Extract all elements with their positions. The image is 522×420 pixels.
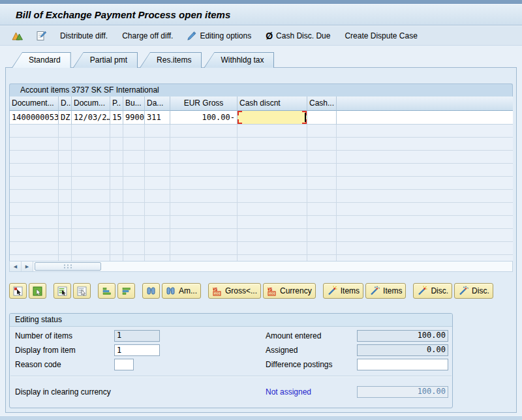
gross-amount-button[interactable]: ¥$ 100 Gross<... [208,283,261,299]
page-title: Bill of Exchange Payment Process open it… [16,9,230,20]
difference-postings-input[interactable] [357,359,448,370]
cash-disc-due-button[interactable]: Ø Cash Disc. Due [263,29,333,42]
empty-cell [170,190,238,203]
col-header-cash-discnt[interactable]: Cash discnt [238,97,307,111]
select-block-button[interactable] [54,283,71,299]
deselect-all-button[interactable] [73,283,91,299]
col-header-bu[interactable]: Bu... [123,97,145,111]
select-item-button[interactable] [9,283,27,299]
sap-window: Bill of Exchange Payment Process open it… [0,0,522,420]
col-header-cash[interactable]: Cash... [307,97,337,111]
cell-da[interactable]: 311 [145,111,170,125]
empty-row [10,255,513,261]
empty-cell [238,255,307,261]
header-filler [337,97,513,111]
activate-discount-button[interactable]: Disc. [413,283,452,299]
editing-options-button[interactable]: Editing options [185,30,254,42]
selection-corner [238,119,242,124]
reason-code-input[interactable] [114,359,134,370]
empty-cell [145,255,170,261]
deselect-all-icon [77,286,87,296]
empty-cell [145,151,170,164]
cell-bu[interactable]: 9900 [123,111,145,125]
empty-row [10,164,513,177]
cell-doc-type[interactable]: DZ [59,111,72,125]
empty-cell [145,229,170,242]
sort-descending-button[interactable] [117,283,135,299]
table-row: 1400000053 DZ 12/03/2… 15 9900 311 100.0… [10,111,513,125]
select-all-button[interactable] [29,283,46,299]
scroll-right-arrow[interactable]: ▶ [22,262,33,271]
col-header-da[interactable]: Da... [145,97,170,111]
empty-cell [170,151,238,164]
select-all-icon [33,286,42,296]
empty-cell [123,229,145,242]
sort-ascending-button[interactable] [98,283,115,299]
empty-cell [238,216,307,229]
empty-cell [307,229,337,242]
empty-cell [123,138,145,151]
row-filler [337,111,513,125]
not-assigned-link[interactable]: Not assigned [266,387,311,397]
scrollbar-thumb[interactable] [35,262,101,271]
tab-withhldg-tax[interactable]: Withhldg tax [204,52,274,68]
tab-standard[interactable]: Standard [12,52,71,68]
col-header-eur-gross[interactable]: EUR Gross [170,97,238,111]
empty-cell [59,164,72,177]
svg-text:100: 100 [269,292,275,295]
display-from-item-label: Display from item [15,346,76,355]
empty-cell [123,151,145,164]
activate-items-button[interactable]: Items [323,283,363,299]
empty-row [10,177,513,190]
empty-cell [59,255,72,261]
col-header-document[interactable]: Document... [10,97,59,111]
find-amount-button[interactable]: Am... [162,283,201,299]
find-button[interactable] [142,283,160,299]
text-cursor [305,113,306,122]
display-currency-button[interactable]: ¥$ 100 Currency [263,283,316,299]
empty-cell [72,151,110,164]
col-header-p[interactable]: P.. [110,97,123,111]
table-header-row: Document... D.. Docum... P.. Bu... Da...… [10,97,513,111]
empty-cell [238,164,307,177]
empty-cell [238,190,307,203]
cell-doc-date[interactable]: 12/03/2… [72,111,110,125]
currency-icon: ¥$ 100 [212,286,222,296]
cell-cash[interactable] [307,111,337,125]
empty-cell [10,255,59,261]
cell-document-number[interactable]: 1400000053 [10,111,59,125]
cell-p[interactable]: 15 [110,111,123,125]
tab-res-items[interactable]: Res.items [140,52,202,68]
col-header-doc-type[interactable]: D.. [59,97,72,111]
scroll-left-arrow[interactable]: ◀ [10,262,22,271]
col-header-doc-date[interactable]: Docum... [72,97,110,111]
svg-text:100: 100 [214,292,220,295]
empty-cell [123,203,145,216]
cell-eur-gross[interactable]: 100.00- [170,111,238,125]
charge-off-diff-button[interactable]: Charge off diff. [119,30,176,42]
row-filler [337,255,513,261]
distribute-diff-button[interactable]: Distribute diff. [57,30,110,42]
magic-wand-icon [417,286,427,296]
empty-cell [10,216,59,229]
empty-cell [110,203,123,216]
empty-row [10,125,513,138]
tab-partial-pmt[interactable]: Partial pmt [73,52,138,68]
empty-cell [170,164,238,177]
empty-cell [10,151,59,164]
cell-cash-discnt-selected[interactable] [238,111,307,125]
deactivate-discount-button[interactable]: Disc. [454,283,493,299]
empty-cell [307,177,337,190]
empty-cell [59,138,72,151]
amount-entered-field: 100.00 [357,330,448,342]
mountains-icon[interactable] [10,29,25,42]
empty-cell [123,190,145,203]
not-assigned-field: 100.00 [357,386,448,398]
create-dispute-case-button[interactable]: Create Dispute Case [342,30,420,42]
empty-cell [59,229,72,242]
empty-cell [72,177,110,190]
empty-cell [307,242,337,255]
deactivate-items-button[interactable]: Items [365,283,406,299]
display-from-item-input[interactable] [114,344,160,356]
edit-document-icon[interactable] [34,29,48,42]
